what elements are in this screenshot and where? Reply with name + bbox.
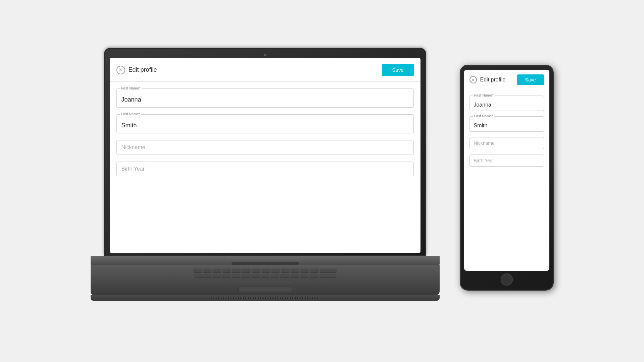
phone-first-name-field[interactable]: First Name* Joanna bbox=[469, 96, 544, 111]
phone-app: ✕ Edit profile Save First Name* Joanna bbox=[464, 70, 549, 271]
speaker-grills bbox=[211, 297, 319, 299]
phone-close-button[interactable]: ✕ bbox=[469, 76, 477, 83]
laptop-nickname-placeholder: Nickname bbox=[121, 144, 145, 150]
key bbox=[291, 268, 299, 273]
laptop-save-button[interactable]: Save bbox=[382, 64, 413, 76]
phone-save-button[interactable]: Save bbox=[517, 74, 544, 85]
key bbox=[261, 268, 270, 273]
key bbox=[242, 268, 251, 273]
key bbox=[232, 274, 240, 278]
key bbox=[199, 279, 216, 283]
laptop-first-name-value: Joanna bbox=[121, 96, 141, 103]
key bbox=[232, 268, 241, 273]
keyboard-rows bbox=[107, 268, 423, 283]
phone-first-name-value: Joanna bbox=[474, 102, 492, 108]
key bbox=[270, 274, 279, 278]
key bbox=[304, 279, 313, 283]
laptop-close-button[interactable]: ✕ bbox=[116, 66, 125, 74]
key bbox=[256, 279, 264, 283]
key bbox=[246, 279, 255, 283]
key bbox=[310, 268, 319, 273]
phone-page-title: Edit profile bbox=[480, 77, 506, 83]
key bbox=[295, 279, 303, 283]
phone-birth-year-field[interactable]: Birth Year bbox=[469, 155, 544, 167]
key bbox=[300, 268, 309, 273]
key bbox=[193, 268, 202, 273]
key bbox=[319, 274, 336, 278]
keyboard-row-3 bbox=[107, 279, 423, 283]
laptop-bottom-bar bbox=[91, 295, 440, 301]
keyboard-row-1 bbox=[107, 268, 423, 273]
key bbox=[265, 279, 274, 283]
laptop-first-name-field[interactable]: First Name* Joanna bbox=[116, 88, 414, 108]
key bbox=[217, 279, 226, 283]
key bbox=[213, 268, 221, 273]
key bbox=[271, 268, 280, 273]
phone-header-left: ✕ Edit profile bbox=[469, 76, 506, 83]
laptop-app-header: ✕ Edit profile Save bbox=[110, 58, 420, 82]
phone-screen: ✕ Edit profile Save First Name* Joanna bbox=[464, 70, 549, 271]
key bbox=[275, 279, 284, 283]
laptop-nickname-field[interactable]: Nickname bbox=[116, 140, 414, 155]
laptop-header-left: ✕ Edit profile bbox=[116, 66, 157, 74]
key bbox=[222, 274, 231, 278]
key bbox=[222, 268, 231, 273]
phone-last-name-field[interactable]: Last Name* Smith bbox=[469, 116, 544, 132]
close-icon: ✕ bbox=[471, 77, 475, 82]
phone-last-name-label: Last Name* bbox=[473, 114, 494, 118]
laptop-device: ✕ Edit profile Save First Name* Joanna bbox=[91, 48, 440, 301]
phone-nickname-placeholder: Nickname bbox=[474, 140, 495, 146]
key bbox=[212, 274, 221, 278]
phone-last-name-value: Smith bbox=[474, 123, 488, 128]
laptop-form-body: First Name* Joanna Last Name* Smith Nick… bbox=[110, 82, 420, 253]
laptop-first-name-label: First Name* bbox=[120, 86, 142, 90]
keyboard-row-2 bbox=[107, 274, 423, 278]
phone-first-name-label: First Name* bbox=[473, 93, 495, 97]
laptop-camera bbox=[264, 54, 266, 56]
key bbox=[261, 274, 269, 278]
laptop-page-title: Edit profile bbox=[129, 66, 157, 73]
key bbox=[290, 274, 299, 278]
key bbox=[236, 279, 245, 283]
phone-birth-year-placeholder: Birth Year bbox=[474, 158, 494, 163]
key bbox=[300, 274, 308, 278]
trackpad[interactable] bbox=[238, 287, 292, 292]
key bbox=[251, 274, 260, 278]
phone-home-button[interactable] bbox=[501, 274, 513, 286]
laptop-last-name-label: Last Name* bbox=[120, 112, 141, 116]
laptop-screen: ✕ Edit profile Save First Name* Joanna bbox=[110, 58, 420, 253]
key bbox=[281, 268, 290, 273]
phone-app-header: ✕ Edit profile Save bbox=[464, 70, 549, 90]
key bbox=[241, 274, 250, 278]
phone-nickname-field[interactable]: Nickname bbox=[469, 137, 544, 149]
key bbox=[309, 274, 318, 278]
laptop-birth-year-field[interactable]: Birth Year bbox=[116, 162, 414, 176]
scene: ✕ Edit profile Save First Name* Joanna bbox=[91, 48, 554, 314]
phone-form-body: First Name* Joanna Last Name* Smith Nick… bbox=[464, 90, 549, 271]
laptop-last-name-value: Smith bbox=[121, 122, 137, 129]
close-icon: ✕ bbox=[118, 67, 123, 73]
laptop-app: ✕ Edit profile Save First Name* Joanna bbox=[110, 58, 420, 253]
key bbox=[252, 268, 260, 273]
laptop-screen-outer: ✕ Edit profile Save First Name* Joanna bbox=[104, 48, 426, 256]
key bbox=[280, 274, 289, 278]
key bbox=[194, 274, 211, 278]
phone-device: ✕ Edit profile Save First Name* Joanna bbox=[460, 65, 554, 291]
key bbox=[285, 279, 294, 283]
key bbox=[203, 268, 212, 273]
key bbox=[320, 268, 337, 273]
laptop-last-name-field[interactable]: Last Name* Smith bbox=[116, 114, 414, 133]
laptop-birth-year-placeholder: Birth Year bbox=[121, 166, 145, 172]
key bbox=[227, 279, 235, 283]
laptop-base bbox=[91, 256, 440, 265]
laptop-keyboard-area bbox=[91, 265, 440, 295]
key bbox=[314, 279, 331, 283]
